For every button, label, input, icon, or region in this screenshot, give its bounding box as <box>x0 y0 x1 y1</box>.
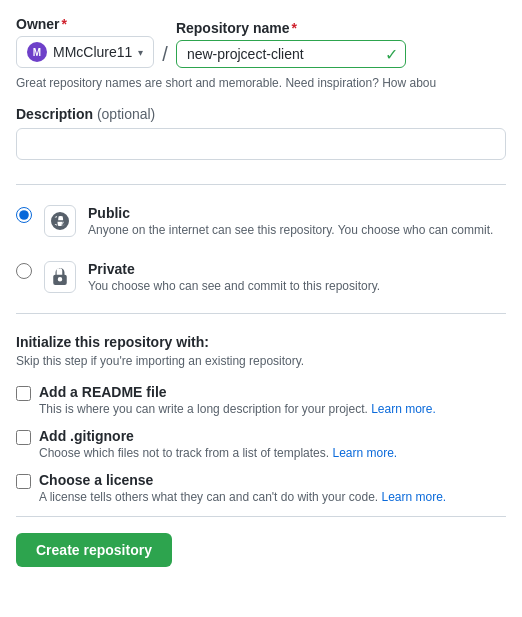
private-content: Private You choose who can see and commi… <box>88 261 506 293</box>
owner-username: MMcClure11 <box>53 44 132 60</box>
readme-checkbox[interactable] <box>16 386 31 401</box>
license-label[interactable]: Choose a license A license tells others … <box>16 472 506 504</box>
public-desc: Anyone on the internet can see this repo… <box>88 223 506 237</box>
license-desc: A license tells others what they can and… <box>39 490 446 504</box>
readme-label[interactable]: Add a README file This is where you can … <box>16 384 506 416</box>
public-title: Public <box>88 205 506 221</box>
description-label: Description (optional) <box>16 106 506 122</box>
repo-name-hint: Great repository names are short and mem… <box>16 76 506 90</box>
avatar: M <box>27 42 47 62</box>
initialize-section: Initialize this repository with: Skip th… <box>16 322 506 504</box>
private-option[interactable]: Private You choose who can see and commi… <box>16 249 506 305</box>
init-title: Initialize this repository with: <box>16 334 506 350</box>
visibility-options: Public Anyone on the internet can see th… <box>16 193 506 305</box>
gitignore-learn-more-link[interactable]: Learn more. <box>332 446 397 460</box>
license-content: Choose a license A license tells others … <box>39 472 446 504</box>
gitignore-row: Add .gitignore Choose which files not to… <box>16 428 506 460</box>
public-option[interactable]: Public Anyone on the internet can see th… <box>16 193 506 249</box>
public-content: Public Anyone on the internet can see th… <box>88 205 506 237</box>
owner-label: Owner* <box>16 16 154 32</box>
gitignore-title: Add .gitignore <box>39 428 397 444</box>
license-row: Choose a license A license tells others … <box>16 472 506 504</box>
description-input[interactable] <box>16 128 506 160</box>
readme-learn-more-link[interactable]: Learn more. <box>371 402 436 416</box>
readme-title: Add a README file <box>39 384 436 400</box>
divider-2 <box>16 313 506 314</box>
private-radio[interactable] <box>16 263 32 279</box>
gitignore-content: Add .gitignore Choose which files not to… <box>39 428 397 460</box>
private-icon <box>44 261 76 293</box>
create-repository-button[interactable]: Create repository <box>16 533 172 567</box>
repo-name-input[interactable]: new-projcect-client <box>176 40 406 68</box>
license-learn-more-link[interactable]: Learn more. <box>382 490 447 504</box>
check-icon: ✓ <box>385 45 398 64</box>
readme-desc: This is where you can write a long descr… <box>39 402 436 416</box>
license-title: Choose a license <box>39 472 446 488</box>
gitignore-checkbox[interactable] <box>16 430 31 445</box>
repo-name-required-star: * <box>292 20 297 36</box>
init-hint: Skip this step if you're importing an ex… <box>16 354 506 368</box>
gitignore-label[interactable]: Add .gitignore Choose which files not to… <box>16 428 506 460</box>
public-radio[interactable] <box>16 207 32 223</box>
repo-name-field: new-projcect-client ✓ <box>176 40 406 68</box>
owner-select[interactable]: M MMcClure11 ▾ <box>16 36 154 68</box>
path-separator: / <box>162 43 168 66</box>
divider-1 <box>16 184 506 185</box>
private-title: Private <box>88 261 506 277</box>
public-icon <box>44 205 76 237</box>
chevron-down-icon: ▾ <box>138 47 143 58</box>
repo-name-label: Repository name* <box>176 20 406 36</box>
readme-content: Add a README file This is where you can … <box>39 384 436 416</box>
private-desc: You choose who can see and commit to thi… <box>88 279 506 293</box>
owner-required-star: * <box>62 16 67 32</box>
gitignore-desc: Choose which files not to track from a l… <box>39 446 397 460</box>
divider-3 <box>16 516 506 517</box>
readme-row: Add a README file This is where you can … <box>16 384 506 416</box>
license-checkbox[interactable] <box>16 474 31 489</box>
